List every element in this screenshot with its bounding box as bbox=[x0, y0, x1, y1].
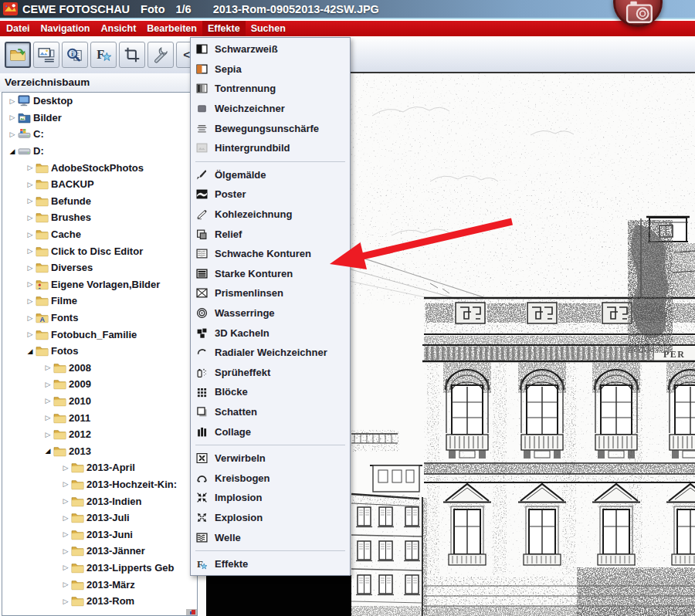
tree-item-fonts[interactable]: ▷AFonts bbox=[2, 310, 197, 327]
expand-arrow-icon[interactable]: ▷ bbox=[7, 113, 18, 121]
tree-item-2013-hochzeit-kin[interactable]: ▷2013-Hochzeit-Kin: bbox=[2, 476, 197, 493]
expand-arrow-icon[interactable]: ▷ bbox=[25, 231, 36, 239]
tree-item-2013-indien[interactable]: ▷2013-Indien bbox=[2, 492, 197, 509]
tree-item-2012[interactable]: ▷2012 bbox=[2, 426, 197, 443]
expand-arrow-icon[interactable]: ▷ bbox=[25, 314, 36, 322]
tree-item-2013-april[interactable]: ▷2013-April bbox=[2, 459, 197, 476]
tree-item-2010[interactable]: ▷2010 bbox=[2, 393, 197, 410]
menu-item-kohlezeichnung[interactable]: Kohlezeichnung bbox=[191, 205, 350, 225]
tree-item-cache[interactable]: ▷Cache bbox=[2, 226, 197, 243]
expand-arrow-icon[interactable]: ▷ bbox=[42, 431, 53, 438]
expand-arrow-icon[interactable]: ▷ bbox=[7, 130, 18, 138]
tree-partial-selected-row[interactable] bbox=[186, 609, 198, 615]
tree-item-2013-j-nner[interactable]: ▷2013-Jänner bbox=[2, 543, 197, 560]
tree-item-fotobuch-familie[interactable]: ▷Fotobuch_Familie bbox=[2, 326, 197, 343]
expand-arrow-icon[interactable]: ▷ bbox=[60, 547, 71, 555]
toolbar-effects-f-button[interactable]: F bbox=[90, 42, 117, 68]
menu-item-explosion[interactable]: Explosion bbox=[191, 508, 350, 528]
expand-arrow-icon[interactable]: ▷ bbox=[60, 580, 71, 588]
tree-item-2013-lipperts-geb[interactable]: ▷2013-Lipperts Geb bbox=[2, 560, 197, 577]
menu-item-prismenlinsen[interactable]: Prismenlinsen bbox=[191, 283, 350, 303]
tree-item-adobestockphotos[interactable]: ▷AdobeStockPhotos bbox=[2, 159, 197, 176]
tree-item-2013-rom[interactable]: ▷2013-Rom bbox=[2, 593, 197, 610]
menu-item-bewegungsunschaerfe[interactable]: Bewegungsunschärfe bbox=[191, 118, 350, 138]
expand-arrow-icon[interactable]: ▷ bbox=[60, 497, 71, 505]
collapse-arrow-icon[interactable]: ◢ bbox=[7, 147, 18, 155]
menu-item-sepia[interactable]: Sepia bbox=[191, 59, 350, 80]
expand-arrow-icon[interactable]: ▷ bbox=[25, 280, 36, 288]
menu-item-hintergrundbild[interactable]: Hintergrundbild bbox=[191, 138, 350, 158]
menubar-item-bearbeiten[interactable]: Bearbeiten bbox=[141, 21, 202, 36]
tree-item-2009[interactable]: ▷2009 bbox=[2, 376, 197, 393]
expand-arrow-icon[interactable]: ▷ bbox=[60, 530, 71, 538]
expand-arrow-icon[interactable]: ▷ bbox=[25, 214, 36, 222]
menu-item-kreisbogen[interactable]: Kreisbogen bbox=[191, 468, 350, 488]
expand-arrow-icon[interactable]: ▷ bbox=[60, 464, 71, 472]
expand-arrow-icon[interactable]: ▷ bbox=[25, 264, 36, 272]
menubar-item-ansicht[interactable]: Ansicht bbox=[95, 21, 141, 36]
menu-item-collage[interactable]: Collage bbox=[191, 421, 350, 442]
menubar-item-suchen[interactable]: Suchen bbox=[246, 21, 291, 36]
collapse-arrow-icon[interactable]: ◢ bbox=[42, 447, 53, 455]
tree-item-c[interactable]: ▷C: bbox=[2, 126, 197, 143]
expand-arrow-icon[interactable]: ▷ bbox=[42, 414, 53, 421]
expand-arrow-icon[interactable]: ▷ bbox=[42, 397, 53, 404]
collapse-arrow-icon[interactable]: ◢ bbox=[25, 347, 36, 355]
menu-item-schwarzweiss[interactable]: Schwarzweiß bbox=[191, 39, 350, 59]
tree-item-2011[interactable]: ▷2011 bbox=[2, 409, 197, 426]
menu-item-oelgemaelde[interactable]: Ölgemälde bbox=[191, 165, 350, 185]
toolbar-slideshow-button[interactable] bbox=[33, 42, 59, 68]
menubar-item-datei[interactable]: Datei bbox=[1, 21, 36, 36]
tree-item-eigene-vorlagen-bilder[interactable]: ▷Eigene Vorlagen,Bilder bbox=[2, 276, 197, 293]
tree-item-d[interactable]: ◢D: bbox=[2, 143, 197, 160]
tree-item-2013-m-rz[interactable]: ▷2013-März bbox=[2, 576, 197, 593]
menu-item-sprueheffekt[interactable]: Sprüheffekt bbox=[191, 363, 350, 383]
tree-item-2013-juli[interactable]: ▷2013-Juli bbox=[2, 509, 197, 526]
menu-item-effekte[interactable]: FEffekte bbox=[191, 554, 350, 574]
menu-item-implosion[interactable]: Implosion bbox=[191, 488, 350, 508]
tree-item-bilder[interactable]: ▷Bilder bbox=[2, 110, 197, 127]
menu-item-verwirbeln[interactable]: Verwirbeln bbox=[191, 448, 350, 469]
toolbar-crop-button[interactable] bbox=[119, 42, 145, 68]
tree-item-fotos[interactable]: ◢Fotos bbox=[2, 343, 197, 360]
expand-arrow-icon[interactable]: ▷ bbox=[60, 564, 71, 571]
expand-arrow-icon[interactable]: ▷ bbox=[25, 197, 36, 205]
menu-item-wasserringe[interactable]: Wasserringe bbox=[191, 303, 350, 323]
menu-item-3d-kacheln[interactable]: 3D Kacheln bbox=[191, 323, 350, 343]
tree-item-2013[interactable]: ◢2013 bbox=[2, 442, 197, 459]
toolbar-open-folder-button[interactable] bbox=[5, 42, 31, 68]
toolbar-search-info-button[interactable]: i bbox=[62, 42, 88, 68]
menu-item-poster[interactable]: Poster bbox=[191, 184, 350, 205]
expand-arrow-icon[interactable]: ▷ bbox=[25, 181, 36, 188]
menu-item-welle[interactable]: Welle bbox=[191, 527, 350, 547]
tree-item-backup[interactable]: ▷BACKUP bbox=[2, 176, 197, 193]
expand-arrow-icon[interactable]: ▷ bbox=[60, 480, 71, 488]
tree-item-brushes[interactable]: ▷Brushes bbox=[2, 209, 197, 226]
tree-item-befunde[interactable]: ▷Befunde bbox=[2, 193, 197, 210]
menubar-item-navigation[interactable]: Navigation bbox=[36, 21, 96, 36]
menu-item-starke-konturen[interactable]: Starke Konturen bbox=[191, 264, 350, 284]
expand-arrow-icon[interactable]: ▷ bbox=[60, 597, 71, 605]
menu-item-weichzeichner[interactable]: Weichzeichner bbox=[191, 99, 350, 119]
menu-item-bloecke[interactable]: Blöcke bbox=[191, 382, 350, 402]
expand-arrow-icon[interactable]: ▷ bbox=[25, 164, 36, 171]
toolbar-wrench-button[interactable] bbox=[147, 42, 174, 68]
tree-item-2008[interactable]: ▷2008 bbox=[2, 360, 197, 377]
tree-item-2013-juni[interactable]: ▷2013-Juni bbox=[2, 526, 197, 543]
expand-arrow-icon[interactable]: ▷ bbox=[60, 514, 71, 522]
expand-arrow-icon[interactable]: ▷ bbox=[42, 381, 53, 388]
expand-arrow-icon[interactable]: ▷ bbox=[7, 97, 18, 105]
expand-arrow-icon[interactable]: ▷ bbox=[25, 247, 36, 255]
menu-item-schwache-konturen[interactable]: Schwache Konturen bbox=[191, 244, 350, 264]
tree-item-desktop[interactable]: ▷Desktop bbox=[2, 93, 197, 110]
tree-item-diverses[interactable]: ▷Diverses bbox=[2, 259, 197, 276]
menu-item-schatten[interactable]: Schatten bbox=[191, 402, 350, 422]
expand-arrow-icon[interactable]: ▷ bbox=[25, 330, 36, 338]
expand-arrow-icon[interactable]: ▷ bbox=[42, 364, 53, 371]
menu-item-radialer-weichzeichner[interactable]: Radialer Weichzeichner bbox=[191, 343, 350, 363]
tree-item-click-to-disc-editor[interactable]: ▷Click to Disc Editor bbox=[2, 242, 197, 259]
menubar-item-effekte[interactable]: Effekte bbox=[202, 21, 246, 36]
tree-item-filme[interactable]: ▷Filme bbox=[2, 293, 197, 310]
menu-item-tontrennung[interactable]: Tontrennung bbox=[191, 79, 350, 99]
menu-item-relief[interactable]: Relief bbox=[191, 224, 350, 244]
